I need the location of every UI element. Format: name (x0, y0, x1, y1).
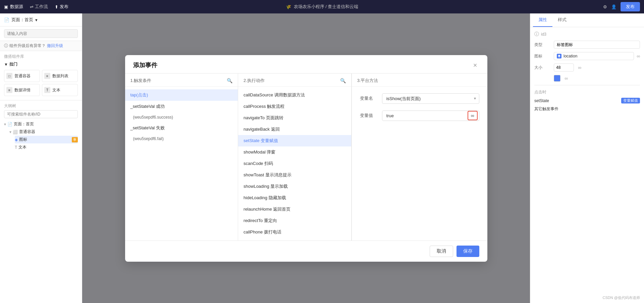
link-expression-button[interactable] (468, 111, 478, 120)
save-button[interactable]: 保存 (457, 246, 479, 257)
trigger-item-setstatelval-success-sub[interactable]: (weu5sepdf6.success) (125, 112, 238, 122)
modal-footer: 取消 保存 (125, 241, 487, 262)
variable-name-row: 变量名 isShow(当前页面) ▾ (360, 93, 479, 104)
modal-close-button[interactable]: × (471, 61, 479, 69)
action-search-button[interactable]: 🔍 (340, 78, 346, 83)
link-icon2[interactable]: ∞ (637, 53, 640, 59)
variable-name-select[interactable]: isShow(当前页面) (382, 93, 479, 104)
action-item-12[interactable]: callPhone 拨打电话 (238, 226, 351, 238)
action-item-8[interactable]: showLoading 显示加载 (238, 181, 351, 192)
settings-icon[interactable]: ⚙ (603, 4, 607, 9)
link-icon3[interactable]: ∞ (578, 65, 581, 70)
trigger-item-tap[interactable]: tap(点击) (125, 89, 238, 101)
action-item-0[interactable]: callDataSource 调用数据源方法 (238, 89, 351, 101)
action-item-3[interactable]: navigateBack 返回 (238, 124, 351, 135)
trigger-search-button[interactable]: 🔍 (227, 78, 232, 83)
user-icon[interactable]: 👤 (611, 4, 616, 9)
icon-name-text: location (564, 54, 577, 58)
trigger-item-setstatelval-success[interactable]: _setStateVal 成功 (125, 101, 238, 112)
action-item-7[interactable]: showToast 显示消息提示 (238, 169, 351, 181)
page-icon: 📄 (4, 17, 9, 23)
component-id-label: id3 (541, 32, 546, 37)
action-item-setstate[interactable]: setState 变量赋值 (238, 135, 351, 146)
cancel-button[interactable]: 取消 (430, 246, 453, 257)
outline-title: 大纲树 (4, 103, 78, 109)
tab-style[interactable]: 样式 (552, 13, 572, 27)
outline-container[interactable]: ▾ ⬜ 普通容器 (9, 128, 78, 136)
event-badge: 事 (72, 137, 78, 142)
outline-search-input[interactable] (4, 110, 78, 118)
publish-button[interactable]: 发布 (621, 2, 640, 11)
topbar-right: ⚙ 👤 发布 (603, 2, 640, 11)
icon-value-wrap: location (554, 52, 634, 60)
action-item-2[interactable]: navigateTo 页面跳转 (238, 112, 351, 124)
topbar-nav: ⇌ 工作流 ⬆ 发布 (30, 4, 68, 10)
location-icon-dot (557, 54, 561, 58)
right-tabs: 属性 样式 (530, 13, 644, 27)
outline-tree: ▾ 📄 页面：首页 ▾ ⬜ 普通容器 ◈ 图标 事 T 文本 (4, 120, 78, 151)
variable-value-row: 变量值 (360, 111, 479, 121)
outline-icon-item[interactable]: ◈ 图标 事 (15, 136, 78, 143)
size-input[interactable] (554, 63, 574, 72)
action-item-9[interactable]: hideLoading 隐藏加载 (238, 192, 351, 204)
expand-arrow-icon2: ▾ (9, 130, 11, 134)
page-file-icon: 📄 (7, 122, 12, 127)
page-header[interactable]: 📄 页面：首页 ▾ (0, 13, 82, 27)
prop-type-row: 类型 标签图标 (534, 41, 640, 49)
color-swatch[interactable] (554, 75, 560, 82)
canvas-area: 添加事件 × 1.触发条件 🔍 tap(点击) _setStateVal 成功 (82, 13, 530, 303)
modal-body: 1.触发条件 🔍 tap(点击) _setStateVal 成功 (weu5se… (125, 74, 487, 241)
upgrade-tip: ⓘ 组件升级后有异常？ 撤回升级 (0, 41, 82, 51)
component-text[interactable]: T 文本 (42, 84, 78, 96)
trigger-item-setstatelval-fail-sub[interactable]: (weu5sepdf6.fail) (125, 134, 238, 144)
main-layout: 📄 页面：首页 ▾ ⓘ 组件升级后有异常？ 撤回升级 微搭组件库 ▼ 拉门 □ … (0, 13, 644, 303)
action-item-11[interactable]: redirectTo 重定向 (238, 215, 351, 226)
action-col-header: 2.执行动作 🔍 (238, 74, 351, 87)
nav-item-workflow[interactable]: ⇌ 工作流 (30, 4, 48, 10)
action-item-6[interactable]: scanCode 扫码 (238, 158, 351, 169)
right-panel-body: ⓘ id3 类型 标签图标 图标 (530, 27, 644, 303)
platform-col-header: 3.平台方法 (352, 74, 487, 87)
event-other-label: 其它触发事件 (534, 106, 558, 112)
info-circle-icon: ⓘ (534, 31, 539, 37)
outline-text-item[interactable]: T 文本 (15, 143, 78, 151)
sidebar-search-wrap (0, 27, 82, 41)
type-select[interactable]: 标签图标 (554, 41, 640, 49)
upgrade-link[interactable]: 撤回升级 (47, 43, 63, 49)
page-title: 页面：首页 (11, 17, 33, 23)
event-section-title: 点击时 (534, 89, 546, 95)
nav-item-publish[interactable]: ⬆ 发布 (55, 4, 68, 10)
event-item-setstate[interactable]: setState 变量赋值 (534, 96, 640, 105)
action-col-title: 2.执行动作 (244, 78, 265, 84)
link-icon4[interactable]: ∞ (565, 76, 568, 81)
section-group-title: ▼ 拉门 (0, 61, 82, 69)
expand-icon: ▼ (4, 62, 8, 67)
right-sidebar: 属性 样式 ⓘ id3 类型 标签图标 图标 (530, 13, 644, 303)
platform-col: 3.平台方法 变量名 isShow(当前页面) ▾ (352, 74, 487, 241)
icon-preview[interactable]: location (554, 52, 634, 60)
divider (534, 85, 640, 85)
variable-name-label: 变量名 (360, 95, 377, 101)
component-container[interactable]: □ 普通容器 (4, 70, 40, 82)
expand-arrow-icon: ▾ (4, 122, 6, 127)
datalist-icon: ≡ (44, 73, 50, 79)
outline-page[interactable]: ▾ 📄 页面：首页 (4, 120, 78, 128)
event-section-header: 点击时 (534, 88, 640, 96)
action-item-5[interactable]: showModal 弹窗 (238, 146, 351, 158)
sidebar-search-input[interactable] (4, 29, 78, 38)
action-item-1[interactable]: callProcess 触发流程 (238, 101, 351, 112)
action-item-10[interactable]: relaunchHome 返回首页 (238, 204, 351, 215)
prop-size-row: 大小 ∞ (534, 63, 640, 72)
text-icon: T (44, 87, 50, 93)
component-datadetail[interactable]: ≡ 数据详情 (4, 84, 40, 96)
tab-properties[interactable]: 属性 (533, 13, 552, 27)
trigger-list: tap(点击) _setStateVal 成功 (weu5sepdf6.succ… (125, 87, 238, 241)
modal-title: 添加事件 (133, 61, 157, 69)
topbar-datasource-label[interactable]: 数据源 (10, 4, 23, 10)
component-datalist[interactable]: ≡ 数据列表 (42, 70, 78, 82)
outline-section: 大纲树 ▾ 📄 页面：首页 ▾ ⬜ 普通容器 ◈ 图标 事 (0, 100, 82, 153)
info-icon: ⓘ (4, 43, 8, 49)
trigger-item-setstatelval-fail[interactable]: _setStateVal 失败 (125, 122, 238, 134)
trigger-col-title: 1.触发条件 (130, 78, 152, 84)
variable-value-input[interactable] (382, 111, 468, 121)
